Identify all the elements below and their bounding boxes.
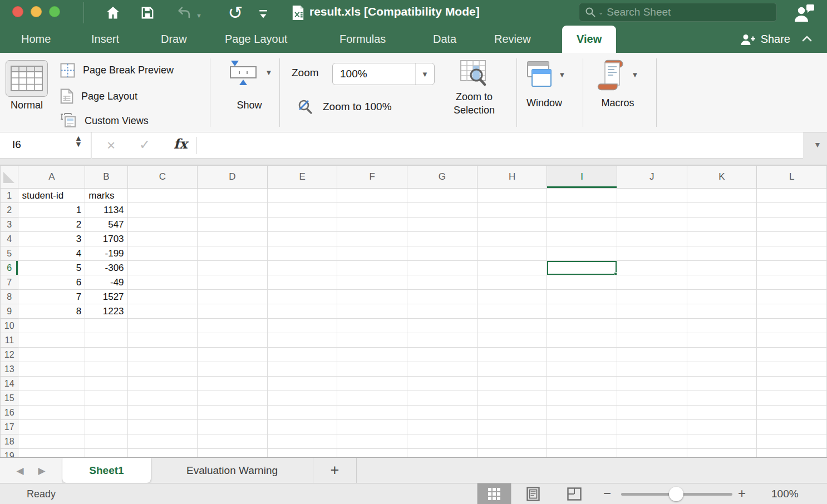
- cell-C7[interactable]: [127, 275, 198, 290]
- cell-K6[interactable]: [687, 261, 757, 275]
- cell-K19[interactable]: [687, 449, 757, 458]
- cell-C10[interactable]: [127, 319, 198, 333]
- row-header-4[interactable]: 4: [1, 232, 18, 246]
- cell-L10[interactable]: [757, 319, 827, 333]
- cell-E15[interactable]: [267, 391, 337, 406]
- cell-G9[interactable]: [407, 304, 478, 319]
- cell-C14[interactable]: [127, 377, 198, 391]
- column-header-B[interactable]: B: [85, 166, 127, 189]
- cell-B13[interactable]: [85, 362, 127, 377]
- cell-H14[interactable]: [477, 377, 547, 391]
- undo-dropdown-arrow[interactable]: ▼: [196, 12, 202, 19]
- cell-F18[interactable]: [337, 434, 407, 449]
- cell-F8[interactable]: [337, 290, 407, 304]
- cell-I1[interactable]: [547, 189, 617, 203]
- cell-L7[interactable]: [757, 275, 827, 290]
- cell-G17[interactable]: [407, 420, 478, 434]
- column-header-I[interactable]: I: [547, 166, 617, 189]
- cell-I3[interactable]: [547, 218, 617, 232]
- cell-I19[interactable]: [547, 449, 617, 458]
- cell-K14[interactable]: [687, 377, 757, 391]
- cell-K3[interactable]: [687, 218, 757, 232]
- collapse-ribbon-button[interactable]: [801, 34, 813, 45]
- column-header-F[interactable]: F: [337, 166, 407, 189]
- cell-C19[interactable]: [127, 449, 198, 458]
- page-break-preview-button[interactable]: Page Break Preview: [60, 63, 174, 78]
- tab-insert[interactable]: Insert: [91, 26, 119, 53]
- cell-L16[interactable]: [757, 406, 827, 420]
- row-header-7[interactable]: 7: [1, 275, 18, 290]
- row-header-15[interactable]: 15: [1, 391, 18, 406]
- column-header-L[interactable]: L: [757, 166, 827, 189]
- cell-F4[interactable]: [337, 232, 407, 246]
- cell-I10[interactable]: [547, 319, 617, 333]
- cell-L4[interactable]: [757, 232, 827, 246]
- cell-E7[interactable]: [267, 275, 337, 290]
- cell-I16[interactable]: [547, 406, 617, 420]
- cell-D19[interactable]: [198, 449, 268, 458]
- cell-F14[interactable]: [337, 377, 407, 391]
- share-button[interactable]: Share: [740, 26, 790, 53]
- cell-A2[interactable]: 1: [18, 203, 85, 218]
- cell-I8[interactable]: [547, 290, 617, 304]
- status-page-break-preview-button[interactable]: [558, 483, 591, 504]
- column-header-A[interactable]: A: [18, 166, 85, 189]
- next-sheet-button[interactable]: ▶: [38, 465, 46, 477]
- cell-J14[interactable]: [617, 377, 687, 391]
- cell-A7[interactable]: 6: [18, 275, 85, 290]
- cell-A8[interactable]: 7: [18, 290, 85, 304]
- cell-I18[interactable]: [547, 434, 617, 449]
- cell-B9[interactable]: 1223: [85, 304, 127, 319]
- cell-J7[interactable]: [617, 275, 687, 290]
- cell-K18[interactable]: [687, 434, 757, 449]
- save-button[interactable]: [139, 4, 156, 21]
- cell-H8[interactable]: [477, 290, 547, 304]
- cell-A12[interactable]: [18, 348, 85, 362]
- cell-L11[interactable]: [757, 333, 827, 348]
- cell-G15[interactable]: [407, 391, 478, 406]
- column-header-C[interactable]: C: [127, 166, 198, 189]
- cell-B14[interactable]: [85, 377, 127, 391]
- cell-B1[interactable]: marks: [85, 189, 127, 203]
- cell-B3[interactable]: 547: [85, 218, 127, 232]
- cell-L18[interactable]: [757, 434, 827, 449]
- row-header-3[interactable]: 3: [1, 218, 18, 232]
- cell-C1[interactable]: [127, 189, 198, 203]
- cell-G7[interactable]: [407, 275, 478, 290]
- account-button[interactable]: [792, 3, 816, 22]
- tab-view[interactable]: View: [562, 26, 616, 53]
- cell-K16[interactable]: [687, 406, 757, 420]
- tab-review[interactable]: Review: [494, 26, 531, 53]
- cell-G2[interactable]: [407, 203, 478, 218]
- zoom-to-selection-button[interactable]: Zoom to Selection: [449, 60, 500, 117]
- cell-G16[interactable]: [407, 406, 478, 420]
- macros-group[interactable]: ▼ Macros: [595, 60, 640, 109]
- cell-C12[interactable]: [127, 348, 198, 362]
- cell-K7[interactable]: [687, 275, 757, 290]
- cell-G4[interactable]: [407, 232, 478, 246]
- cell-H15[interactable]: [477, 391, 547, 406]
- cell-L8[interactable]: [757, 290, 827, 304]
- cell-B6[interactable]: -306: [85, 261, 127, 275]
- cell-A1[interactable]: student-id: [18, 189, 85, 203]
- undo-button[interactable]: [176, 4, 193, 21]
- cell-E1[interactable]: [267, 189, 337, 203]
- row-header-5[interactable]: 5: [1, 246, 18, 261]
- cell-A4[interactable]: 3: [18, 232, 85, 246]
- cell-G18[interactable]: [407, 434, 478, 449]
- insert-function-icon[interactable]: fx: [174, 136, 188, 152]
- cell-I9[interactable]: [547, 304, 617, 319]
- cell-C4[interactable]: [127, 232, 198, 246]
- cell-C8[interactable]: [127, 290, 198, 304]
- cell-K10[interactable]: [687, 319, 757, 333]
- cell-H16[interactable]: [477, 406, 547, 420]
- expand-formula-bar-arrow[interactable]: ▼: [814, 140, 821, 149]
- normal-view-button[interactable]: [6, 60, 48, 97]
- enter-formula-icon[interactable]: ✓: [139, 137, 150, 152]
- cell-A9[interactable]: 8: [18, 304, 85, 319]
- close-window-button[interactable]: [12, 6, 23, 17]
- zoom-slider-thumb[interactable]: [669, 487, 683, 501]
- row-header-8[interactable]: 8: [1, 290, 18, 304]
- row-header-11[interactable]: 11: [1, 333, 18, 348]
- cell-F1[interactable]: [337, 189, 407, 203]
